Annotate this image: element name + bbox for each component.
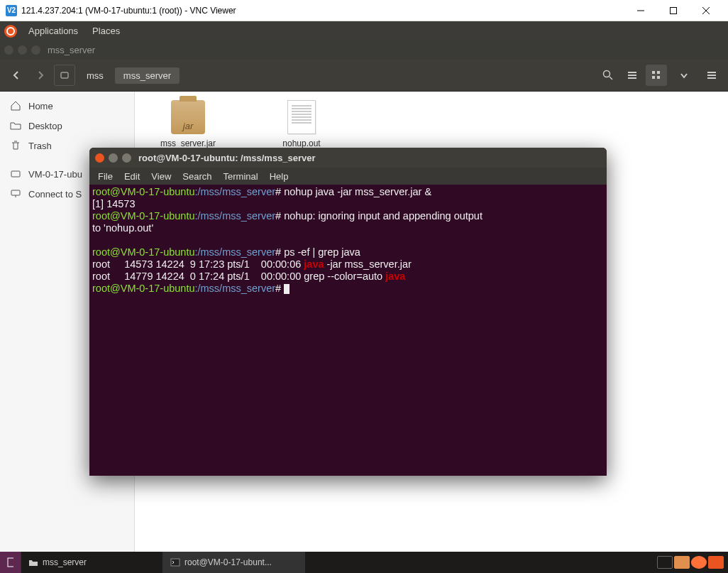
terminal-output-highlight: java <box>304 258 324 270</box>
prompt-user: root@VM-0-17-ubuntu <box>92 186 194 197</box>
tray-files-icon[interactable] <box>674 556 690 569</box>
sidebar-item-label: VM-0-17-ubu <box>28 169 82 180</box>
svg-rect-7 <box>628 72 636 73</box>
taskbar-show-desktop[interactable] <box>0 552 21 573</box>
hamburger-menu-icon[interactable] <box>701 65 722 86</box>
file-item-jar[interactable]: jar mss_server.jar <box>149 100 227 148</box>
file-label: mss_server.jar <box>160 138 216 148</box>
taskbar-item-fm[interactable]: mss_server <box>21 552 163 573</box>
sidebar-item-label: Trash <box>28 141 52 151</box>
taskbar-item-label: root@VM-0-17-ubunt... <box>184 557 272 567</box>
breadcrumb-mss-server[interactable]: mss_server <box>115 67 180 84</box>
terminal-menu-help[interactable]: Help <box>264 170 294 183</box>
svg-rect-8 <box>628 75 636 76</box>
network-icon <box>10 188 21 200</box>
terminal-menu-terminal[interactable]: Terminal <box>218 170 264 183</box>
svg-rect-13 <box>657 76 660 79</box>
ubuntu-logo-icon[interactable] <box>4 25 17 38</box>
terminal-icon <box>170 557 180 567</box>
show-desktop-icon <box>7 557 13 567</box>
fm-close-button[interactable] <box>4 45 13 55</box>
taskbar-item-label: mss_server <box>43 557 87 567</box>
close-button[interactable] <box>690 0 722 21</box>
minimize-button[interactable] <box>624 0 657 21</box>
back-button[interactable] <box>6 65 27 86</box>
prompt-sep: # <box>275 283 284 294</box>
grid-view-icon[interactable] <box>646 65 667 86</box>
places-menu[interactable]: Places <box>85 26 127 36</box>
ubuntu-taskbar: mss_server root@VM-0-17-ubunt... <box>0 552 728 573</box>
terminal-output: root 14779 14224 0 17:24 pts/1 00:00:00 … <box>92 271 385 282</box>
breadcrumb-mss[interactable]: mss <box>78 67 112 84</box>
prompt-path: :/mss/mss_server <box>194 186 275 197</box>
tray-active-icon[interactable] <box>708 556 724 569</box>
terminal-output: [1] 14573 <box>92 198 135 209</box>
terminal-titlebar[interactable]: root@VM-0-17-ubuntu: /mss/mss_server <box>89 148 607 168</box>
prompt-path: :/mss/mss_server <box>194 210 275 222</box>
svg-line-6 <box>610 77 612 80</box>
sidebar-item-home[interactable]: Home <box>0 96 134 116</box>
prompt-path: :/mss/mss_server <box>194 283 275 294</box>
terminal-output: -jar mss_server.jar <box>324 258 412 270</box>
terminal-title: root@VM-0-17-ubuntu: /mss/mss_server <box>138 153 316 163</box>
jar-file-icon: jar <box>171 100 205 134</box>
trash-icon <box>10 140 21 151</box>
folder-icon <box>28 557 38 567</box>
svg-rect-18 <box>11 190 20 195</box>
terminal-command: nohup java -jar mss_server.jar & <box>284 186 431 197</box>
view-options-button[interactable] <box>670 65 698 86</box>
svg-rect-4 <box>61 72 68 78</box>
svg-rect-21 <box>171 559 180 566</box>
terminal-body[interactable]: root@VM-0-17-ubuntu:/mss/mss_server# noh… <box>89 185 607 296</box>
svg-rect-1 <box>671 7 677 13</box>
vnc-window-title: 121.4.237.204:1 (VM-0-17-ubuntu:1 (root)… <box>21 6 624 16</box>
maximize-button[interactable] <box>657 0 690 21</box>
terminal-menu-view[interactable]: View <box>145 170 177 183</box>
fm-window-titlebar: mss_server <box>0 40 728 60</box>
forward-button[interactable] <box>30 65 51 86</box>
taskbar-tray <box>653 556 728 569</box>
disk-icon[interactable] <box>54 65 75 86</box>
prompt-user: root@VM-0-17-ubuntu <box>92 283 194 294</box>
fm-toolbar: mss mss_server <box>0 60 728 92</box>
list-view-icon[interactable] <box>622 65 643 86</box>
terminal-window[interactable]: root@VM-0-17-ubuntu: /mss/mss_server Fil… <box>89 148 607 476</box>
prompt-sep: # <box>275 210 284 222</box>
sidebar-item-label: Desktop <box>28 121 62 131</box>
taskbar-item-terminal[interactable]: root@VM-0-17-ubunt... <box>163 552 305 573</box>
terminal-command: ps -ef | grep java <box>284 246 360 258</box>
fm-window-controls <box>4 45 40 55</box>
ubuntu-top-bar: Applications Places <box>0 21 728 40</box>
vnc-titlebar: V2 121.4.237.204:1 (VM-0-17-ubuntu:1 (ro… <box>0 0 728 21</box>
fm-maximize-button[interactable] <box>31 45 40 55</box>
svg-rect-20 <box>8 558 13 567</box>
terminal-output-highlight: java <box>385 271 405 282</box>
applications-menu[interactable]: Applications <box>21 26 85 36</box>
sidebar-item-label: Home <box>28 101 53 111</box>
sidebar-item-label: Connect to S <box>28 189 82 200</box>
terminal-menu-edit[interactable]: Edit <box>118 170 145 183</box>
terminal-output: to 'nohup.out' <box>92 222 153 234</box>
workspace-switcher[interactable] <box>657 556 673 569</box>
prompt-path: :/mss/mss_server <box>194 246 275 258</box>
svg-rect-11 <box>657 71 660 74</box>
file-item-nohup[interactable]: nohup.out <box>263 100 341 148</box>
svg-rect-12 <box>652 76 655 79</box>
terminal-menu-file[interactable]: File <box>92 170 118 183</box>
tray-firefox-icon[interactable] <box>691 556 707 569</box>
svg-rect-10 <box>652 71 655 74</box>
terminal-cursor <box>284 284 289 294</box>
folder-icon <box>10 120 21 131</box>
terminal-close-button[interactable] <box>95 153 104 163</box>
sidebar-item-desktop[interactable]: Desktop <box>0 116 134 136</box>
text-file-icon <box>287 100 316 134</box>
terminal-minimize-button[interactable] <box>109 153 118 163</box>
prompt-sep: # <box>275 186 284 197</box>
fm-minimize-button[interactable] <box>18 45 27 55</box>
terminal-menu-search[interactable]: Search <box>177 170 217 183</box>
terminal-output: root 14573 14224 9 17:23 pts/1 00:00:06 <box>92 258 304 270</box>
prompt-sep: # <box>275 246 284 258</box>
terminal-menubar: File Edit View Search Terminal Help <box>89 168 607 185</box>
search-icon[interactable] <box>597 65 619 86</box>
terminal-maximize-button[interactable] <box>122 153 131 163</box>
